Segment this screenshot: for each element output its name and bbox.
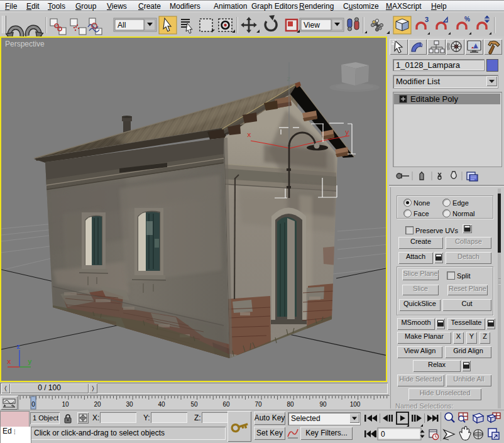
svg-text:All: All (118, 21, 126, 30)
svg-text:View: View (304, 21, 320, 30)
svg-text:3: 3 (425, 16, 429, 23)
svg-text:20: 20 (94, 401, 101, 408)
svg-text:%: % (464, 16, 470, 23)
svg-text:y: y (28, 358, 32, 366)
svg-text:60: 60 (222, 401, 230, 408)
svg-text:Perspective: Perspective (5, 40, 45, 48)
svg-text:100: 100 (350, 401, 361, 408)
svg-text:z: z (287, 75, 291, 83)
svg-text:x: x (7, 358, 11, 366)
svg-text:x: x (247, 131, 251, 139)
svg-text:10: 10 (62, 401, 69, 408)
svg-text:0: 0 (31, 401, 35, 408)
svg-text:80: 80 (287, 401, 294, 408)
svg-text:z: z (16, 343, 21, 351)
svg-text:90: 90 (319, 401, 327, 408)
svg-text:y: y (345, 129, 349, 136)
svg-text:50: 50 (190, 401, 198, 408)
svg-text:0: 0 (381, 430, 385, 439)
svg-text:70: 70 (255, 401, 262, 408)
svg-text:40: 40 (158, 401, 165, 408)
svg-text:30: 30 (126, 401, 133, 408)
